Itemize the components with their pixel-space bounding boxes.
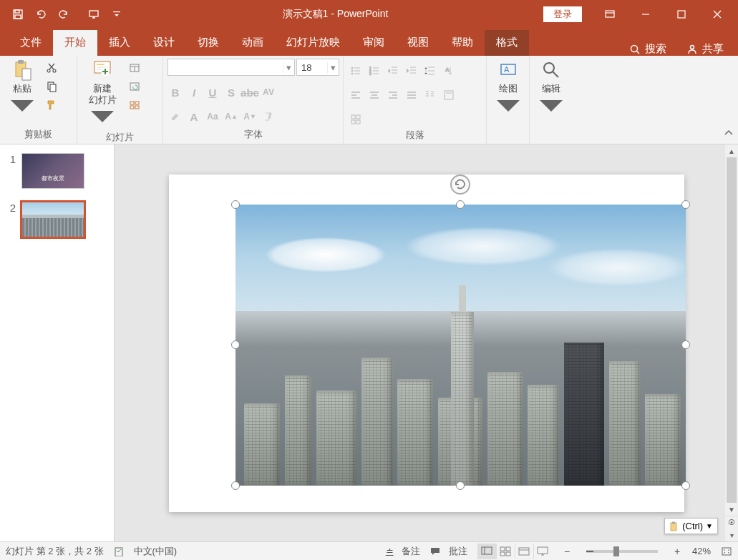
slide-editor[interactable]: (Ctrl) ▼ ▲ ▼ ⦿ ▾ [115,144,738,541]
zoom-slider[interactable] [586,550,658,553]
font-color-button[interactable]: A [186,109,202,124]
close-button[interactable] [701,4,734,25]
tab-design[interactable]: 设计 [142,30,186,56]
new-slide-button[interactable]: 新建 幻灯片 [82,59,123,129]
clipboard-icon [669,521,679,531]
tab-help[interactable]: 帮助 [440,30,485,56]
minimize-button[interactable] [629,4,662,25]
resize-handle-t[interactable] [456,200,465,209]
character-spacing-button[interactable]: AV [261,84,276,100]
group-drawing: A 绘图 [487,56,530,144]
resize-handle-l[interactable] [231,340,240,349]
language-button[interactable]: 中文(中国) [134,545,178,558]
align-text-button[interactable] [441,87,457,103]
bullets-button[interactable] [348,63,364,79]
maximize-button[interactable] [665,4,698,25]
spell-check-button[interactable] [114,546,124,556]
paste-button[interactable]: 粘贴 [4,59,40,119]
text-direction-button[interactable]: A [441,63,457,79]
tab-view[interactable]: 视图 [396,30,440,56]
tab-home[interactable]: 开始 [53,30,97,56]
tab-insert[interactable]: 插入 [97,30,142,56]
resize-handle-tl[interactable] [231,200,240,209]
tab-animations[interactable]: 动画 [230,30,275,56]
resize-handle-b[interactable] [456,481,465,490]
zoom-in-button[interactable]: + [672,546,682,557]
tab-format[interactable]: 格式 [485,30,529,56]
login-button[interactable]: 登录 [543,6,582,22]
previous-slide-button[interactable]: ⦿ [725,516,738,529]
reset-button[interactable] [126,79,143,94]
resize-handle-br[interactable] [681,481,690,490]
search-button[interactable]: 搜索 [629,42,666,56]
redo-button[interactable] [53,4,74,25]
align-right-button[interactable] [385,87,401,103]
normal-view-button[interactable] [477,544,496,559]
clear-formatting-button[interactable] [261,109,276,124]
underline-button[interactable]: U [205,84,220,100]
align-center-button[interactable] [366,87,382,103]
scroll-down-button[interactable]: ▼ [725,503,738,516]
group-slides-label: 幻灯片 [82,129,158,145]
vertical-scrollbar[interactable]: ▲ ▼ ⦿ ▾ [725,144,738,541]
paste-options-button[interactable]: (Ctrl) ▼ [664,518,718,534]
notes-button[interactable]: ≐ 备注 [386,545,421,558]
slide-canvas[interactable] [169,175,684,512]
collapse-ribbon-button[interactable] [724,128,734,141]
cut-button[interactable] [43,60,60,76]
resize-handle-tr[interactable] [681,200,690,209]
rotate-handle[interactable] [450,175,470,195]
change-case-button[interactable]: Aa [205,109,220,124]
shadow-button[interactable]: S [223,84,239,100]
zoom-level[interactable]: 42% [692,546,711,556]
columns-button[interactable] [422,87,438,103]
svg-point-83 [544,63,554,73]
numbering-button[interactable]: 123 [366,63,382,79]
qat-customize-button[interactable] [106,4,127,25]
font-size-combo[interactable]: 18▾ [296,59,339,76]
editing-button[interactable]: 编辑 [534,59,568,119]
thumbnail-slide-2[interactable]: 2 [6,202,108,237]
start-from-beginning-button[interactable] [83,4,105,25]
reading-view-button[interactable] [515,544,533,559]
decrease-indent-button[interactable] [385,63,401,79]
decrease-font-button[interactable]: A▼ [242,109,258,124]
increase-font-button[interactable]: A▲ [223,109,239,124]
copy-button[interactable] [43,79,60,94]
zoom-out-button[interactable]: − [562,546,572,557]
thumbnail-slide-1[interactable]: 1 都市夜景 [6,153,108,189]
layout-button[interactable] [126,60,143,76]
ribbon-display-options-button[interactable] [593,4,626,25]
tab-slideshow[interactable]: 幻灯片放映 [275,30,351,56]
resize-handle-bl[interactable] [231,481,240,490]
line-spacing-button[interactable] [422,63,438,79]
save-button[interactable] [7,4,29,25]
slideshow-view-button[interactable] [533,544,552,559]
justify-button[interactable] [404,87,419,103]
fit-to-window-button[interactable] [721,546,732,556]
italic-button[interactable]: I [186,84,202,100]
resize-handle-r[interactable] [681,340,690,349]
tab-transitions[interactable]: 切换 [186,30,230,56]
tab-review[interactable]: 审阅 [351,30,396,56]
strikethrough-button[interactable]: abc [242,84,258,100]
share-button[interactable]: 共享 [686,42,724,56]
undo-button[interactable] [30,4,52,25]
slide-sorter-view-button[interactable] [496,544,515,559]
slide-counter[interactable]: 幻灯片 第 2 张，共 2 张 [6,545,104,558]
inserted-picture[interactable] [236,205,686,486]
highlight-button[interactable] [167,109,183,124]
comments-button[interactable]: 批注 [430,545,467,558]
increase-indent-button[interactable] [404,63,419,79]
bold-button[interactable]: B [167,84,183,100]
drawing-button[interactable]: A 绘图 [491,59,525,119]
next-slide-button[interactable]: ▾ [725,529,738,541]
align-left-button[interactable] [348,87,364,103]
font-name-combo[interactable]: ▾ [167,59,295,76]
convert-smartart-button[interactable] [348,112,364,127]
tab-file[interactable]: 文件 [9,30,53,56]
svg-rect-91 [506,547,510,551]
format-painter-button[interactable] [43,97,60,113]
section-button[interactable] [126,97,143,113]
scroll-up-button[interactable]: ▲ [725,144,738,157]
